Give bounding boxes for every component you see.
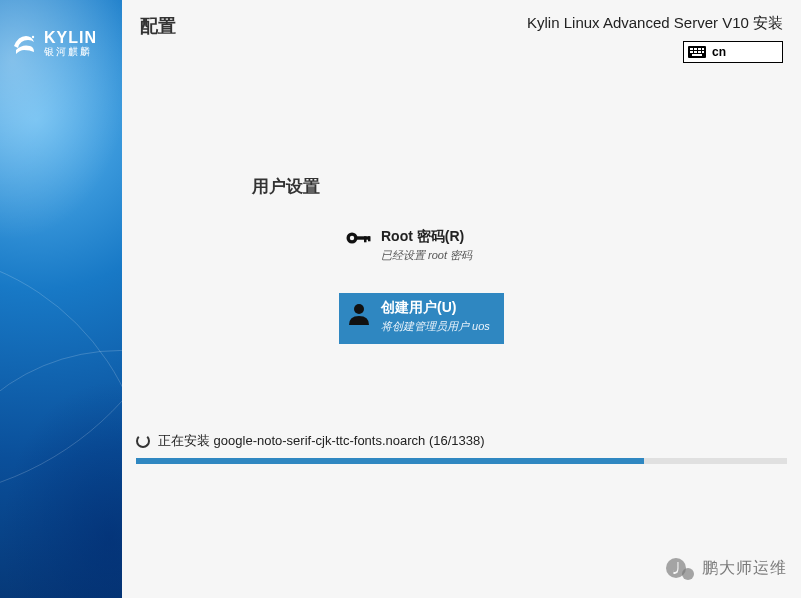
progress-bar (136, 458, 787, 464)
svg-rect-3 (356, 236, 370, 239)
brand-name-cn: 银河麒麟 (44, 47, 97, 57)
svg-point-2 (350, 236, 354, 240)
svg-point-0 (32, 36, 34, 38)
progress-text: 正在安装 google-noto-serif-cjk-ttc-fonts.noa… (158, 432, 485, 450)
spinner-icon (136, 434, 150, 448)
svg-point-6 (354, 304, 364, 314)
watermark: 鹏大师运维 (666, 554, 787, 582)
sidebar-brand-panel: KYLIN 银河麒麟 (0, 0, 122, 598)
user-settings-heading: 用户设置 (252, 175, 592, 198)
create-user-status: 将创建管理员用户 uos (381, 319, 490, 334)
watermark-text: 鹏大师运维 (702, 558, 787, 579)
svg-rect-4 (364, 236, 367, 242)
root-password-status: 已经设置 root 密码 (381, 248, 472, 263)
install-progress: 正在安装 google-noto-serif-cjk-ttc-fonts.noa… (136, 432, 787, 464)
main-content: 配置 Kylin Linux Advanced Server V10 安装 cn… (122, 0, 801, 598)
root-password-spoke[interactable]: Root 密码(R) 已经设置 root 密码 (339, 222, 504, 273)
kylin-logo-icon (10, 28, 40, 58)
page-title: 配置 (140, 14, 176, 63)
keyboard-icon (688, 46, 706, 58)
kylin-logo: KYLIN 银河麒麟 (10, 28, 97, 58)
key-icon (345, 228, 373, 246)
wechat-icon (666, 554, 694, 582)
keyboard-layout-selector[interactable]: cn (683, 41, 783, 63)
create-user-title: 创建用户(U) (381, 299, 490, 317)
user-icon (345, 299, 373, 325)
create-user-spoke[interactable]: 创建用户(U) 将创建管理员用户 uos (339, 293, 504, 344)
keyboard-layout-code: cn (712, 45, 726, 59)
root-password-title: Root 密码(R) (381, 228, 472, 246)
installer-title: Kylin Linux Advanced Server V10 安装 (527, 14, 783, 33)
progress-fill (136, 458, 644, 464)
brand-name-en: KYLIN (44, 30, 97, 46)
svg-rect-5 (368, 236, 371, 241)
